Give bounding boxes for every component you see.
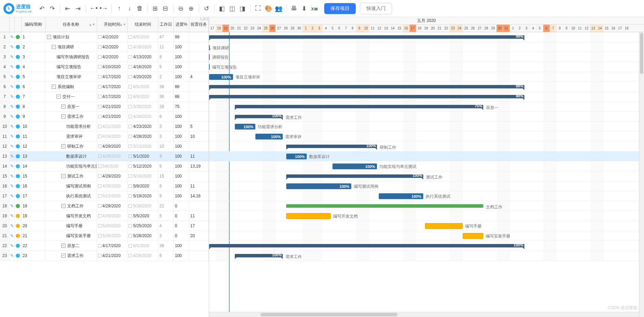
cell-days[interactable]: 8 <box>158 52 174 62</box>
cell-code[interactable]: 6 <box>22 82 46 92</box>
gantt-bar[interactable]: 88% <box>209 95 524 98</box>
today-icon[interactable]: ↺ <box>202 4 211 13</box>
edit-icon[interactable]: ✎ <box>10 62 15 72</box>
cell-name[interactable]: − 测试工作 <box>46 171 97 181</box>
zoom-out-icon[interactable]: ⊖ <box>176 4 186 13</box>
column-add-icon[interactable]: + <box>204 17 208 20</box>
cell-progress[interactable]: 100 <box>174 72 189 82</box>
cell-code[interactable]: 8 <box>22 102 46 111</box>
cell-code[interactable]: 7 <box>22 92 46 101</box>
gantt-bar[interactable]: 100%编写测试用例 <box>286 183 351 189</box>
table-row[interactable]: 21 ✎ 21 编写安装手册 5/26/2020 5/28/2020 3 0 2… <box>0 231 209 241</box>
gantt-row[interactable]: 100%功能实现与单元测试 <box>209 161 644 171</box>
cell-start-date[interactable]: 4/21/2020 <box>97 112 128 121</box>
gantt-row[interactable]: 100%研制工作 <box>209 142 644 151</box>
cell-predecessors[interactable]: 17 <box>189 221 209 231</box>
cell-end-date[interactable]: 4/16/2020 <box>127 42 158 52</box>
cell-progress[interactable]: 100 <box>174 181 189 191</box>
cell-predecessors[interactable] <box>189 52 209 62</box>
export-excel-icon[interactable]: x≣ <box>310 4 319 13</box>
cell-name[interactable]: − 系统编制 <box>46 82 97 92</box>
delete-icon[interactable]: 🗑 <box>135 4 145 13</box>
gantt-row[interactable]: 编写安装手册 <box>209 231 644 241</box>
color-palette-icon[interactable]: 🎨 <box>264 4 273 13</box>
cell-name[interactable]: 数据库设计 <box>46 151 97 161</box>
cell-predecessors[interactable] <box>189 201 209 211</box>
cell-end-date[interactable]: 5/25/2020 <box>127 221 158 231</box>
edit-icon[interactable]: ✎ <box>10 151 15 161</box>
horizontal-scrollbar[interactable] <box>209 312 639 317</box>
gantt-bar[interactable]: 88% <box>209 85 524 88</box>
cell-name[interactable]: − 需求工作 <box>46 112 97 121</box>
edit-icon[interactable]: ✎ <box>10 231 15 241</box>
cell-progress[interactable]: 100 <box>174 171 189 181</box>
gantt-row[interactable]: 调研报告 <box>209 52 644 62</box>
cell-name[interactable]: 编写测试用例 <box>46 181 97 191</box>
cell-end-date[interactable]: 5/12/2020 <box>127 142 158 151</box>
cell-predecessors[interactable]: 13,19 <box>189 161 209 171</box>
expand-all-icon[interactable]: ⊞ <box>150 4 160 13</box>
gantt-bar[interactable]: 100% <box>209 244 524 247</box>
cell-predecessors[interactable] <box>189 112 209 121</box>
cell-predecessors[interactable] <box>189 142 209 151</box>
gantt-row[interactable]: 编写手册 <box>209 221 644 231</box>
cell-progress[interactable]: 100 <box>174 52 189 62</box>
gantt-bar[interactable]: 编写手册 <box>425 223 463 229</box>
cell-progress[interactable]: 0 <box>174 211 189 221</box>
view-split-left-icon[interactable]: ◧ <box>217 4 227 13</box>
cell-predecessors[interactable] <box>189 251 209 260</box>
cell-days[interactable]: 22 <box>158 201 174 211</box>
table-row[interactable]: 23 ✎ 23 − 需求工作 4/21/2020 4/28/2020 6 100 <box>0 251 209 261</box>
cell-start-date[interactable]: 4/21/2020 <box>97 102 128 111</box>
cell-progress[interactable]: 100 <box>174 142 189 151</box>
cell-predecessors[interactable] <box>189 82 209 92</box>
scrollbar-thumb[interactable] <box>640 33 643 74</box>
move-up-icon[interactable]: ↑ <box>114 4 124 13</box>
gantt-row[interactable]: 100%需求工作 <box>209 112 644 122</box>
gantt-row[interactable]: 88% <box>209 92 644 102</box>
cell-progress[interactable]: 75 <box>174 102 189 111</box>
cell-name[interactable]: − 交付一 <box>46 92 97 101</box>
table-row[interactable]: 20 ✎ 20 编写手册 5/20/2020 5/25/2020 4 0 17 <box>0 221 209 231</box>
edit-icon[interactable]: ✎ <box>10 32 15 42</box>
edit-icon[interactable]: ✎ <box>10 142 15 151</box>
cell-code[interactable]: 20 <box>22 221 46 231</box>
cell-progress[interactable]: 100 <box>174 191 189 201</box>
cell-start-date[interactable]: 4/17/2020 <box>97 241 128 251</box>
cell-start-date[interactable]: 4/17/2020 <box>97 82 128 92</box>
cell-name[interactable]: 编写立项报告 <box>46 62 97 72</box>
cell-name[interactable]: 执行系统测试 <box>46 191 97 201</box>
cell-predecessors[interactable]: 20 <box>189 231 209 241</box>
edit-icon[interactable]: ✎ <box>10 42 15 52</box>
cell-name[interactable]: − 项目调研 <box>46 42 97 52</box>
cell-days[interactable]: 8 <box>158 181 174 191</box>
cell-code[interactable]: 16 <box>22 181 46 191</box>
vertical-scrollbar[interactable] <box>639 32 644 317</box>
table-row[interactable]: 6 ✎ 6 − 系统编制 4/17/2020 6/5/2020 36 88 <box>0 82 209 92</box>
move-left-icon[interactable]: ←• <box>89 4 98 13</box>
gantt-row[interactable]: 100%执行系统测试 <box>209 191 644 201</box>
cell-code[interactable]: 2 <box>22 42 46 52</box>
cell-days[interactable]: 5 <box>158 161 174 171</box>
cell-days[interactable]: 5 <box>158 62 174 72</box>
table-row[interactable]: 1 ✎ 1 − 项目计划 4/2/2020 6/5/2020 47 99 <box>0 32 209 42</box>
cell-days[interactable]: 36 <box>158 241 174 251</box>
cell-start-date[interactable]: 5/13/2020 <box>97 191 128 201</box>
cell-end-date[interactable]: 5/19/2020 <box>127 171 158 181</box>
cell-progress[interactable]: 100 <box>174 161 189 171</box>
gantt-bar[interactable]: 100%需求工作 <box>235 254 283 257</box>
table-row[interactable]: 14 ✎ 14 功能实现与单元测试 5/6/2020 5/12/2020 5 1… <box>0 161 209 171</box>
col-days[interactable]: 工作日 <box>158 17 174 32</box>
download-icon[interactable]: ⬇ <box>300 4 309 13</box>
cell-predecessors[interactable]: 11 <box>189 211 209 221</box>
gantt-row[interactable]: 文档工作 <box>209 201 644 211</box>
cell-predecessors[interactable] <box>189 171 209 181</box>
edit-icon[interactable]: ✎ <box>10 92 15 101</box>
cell-progress[interactable]: 0 <box>174 201 189 211</box>
gantt-bar[interactable]: 100%执行系统测试 <box>379 193 423 199</box>
gantt-row[interactable]: 100%需求工作 <box>209 251 644 261</box>
cell-progress[interactable]: 88 <box>174 92 189 101</box>
cell-end-date[interactable]: 4/13/2020 <box>127 52 158 62</box>
column-remove-icon[interactable]: − <box>201 17 204 20</box>
cell-predecessors[interactable]: 10 <box>189 132 209 141</box>
